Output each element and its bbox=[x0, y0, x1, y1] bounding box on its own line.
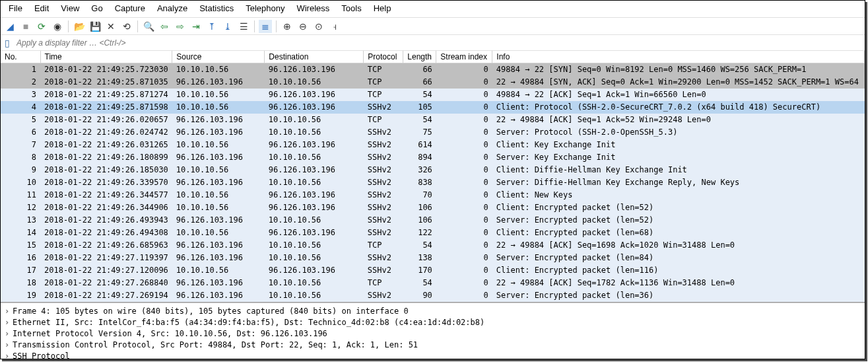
menu-telephony[interactable]: Telephony bbox=[240, 2, 290, 15]
packet-row[interactable]: 22018-01-22 21:49:25.87103596.126.103.19… bbox=[1, 76, 865, 89]
packet-cell-proto: SSHv2 bbox=[364, 227, 403, 239]
packet-row[interactable]: 32018-01-22 21:49:25.87127410.10.10.5696… bbox=[1, 89, 865, 101]
packet-row[interactable]: 142018-01-22 21:49:26.49430810.10.10.569… bbox=[1, 227, 865, 239]
start-capture-icon[interactable]: ◢ bbox=[3, 20, 17, 33]
packet-list[interactable]: No.TimeSourceDestinationProtocolLengthSt… bbox=[1, 51, 865, 303]
display-filter-input[interactable] bbox=[14, 37, 865, 49]
packet-cell-src: 10.10.10.56 bbox=[172, 227, 265, 239]
packet-cell-len: 122 bbox=[403, 227, 436, 239]
packet-cell-info: 22 → 49884 [ACK] Seq=1 Ack=52 Win=29248 … bbox=[492, 114, 865, 126]
packet-cell-time: 2018-01-22 21:49:27.269194 bbox=[40, 289, 172, 302]
packet-row[interactable]: 72018-01-22 21:49:26.03126510.10.10.5696… bbox=[1, 139, 865, 151]
packet-cell-no: 4 bbox=[1, 101, 40, 114]
packet-row[interactable]: 132018-01-22 21:49:26.49394396.126.103.1… bbox=[1, 214, 865, 227]
zoom-out-icon[interactable]: ⊖ bbox=[296, 20, 310, 33]
colorize-icon[interactable]: ≣ bbox=[259, 20, 272, 33]
menu-statistics[interactable]: Statistics bbox=[194, 2, 239, 15]
auto-scroll-icon[interactable]: ☰ bbox=[237, 20, 250, 33]
reload-file-icon[interactable]: ⟲ bbox=[120, 20, 133, 33]
packet-cell-proto: SSHv2 bbox=[364, 176, 403, 189]
save-file-icon[interactable]: 💾 bbox=[88, 20, 102, 33]
column-header[interactable]: Protocol bbox=[364, 51, 403, 63]
packet-row[interactable]: 52018-01-22 21:49:26.02065796.126.103.19… bbox=[1, 114, 865, 126]
menu-wireless[interactable]: Wireless bbox=[291, 2, 335, 15]
zoom-reset-icon[interactable]: ⊙ bbox=[312, 20, 325, 33]
menubar: FileEditViewGoCaptureAnalyzeStatisticsTe… bbox=[1, 1, 865, 18]
detail-item[interactable]: Ethernet II, Src: IntelCor_f4:ba:f5 (a4:… bbox=[5, 317, 861, 328]
close-file-icon[interactable]: ✕ bbox=[104, 20, 117, 33]
packet-cell-proto: SSHv2 bbox=[364, 164, 403, 176]
go-to-last-icon[interactable]: ⤓ bbox=[221, 20, 234, 33]
packet-cell-proto: SSHv2 bbox=[364, 101, 403, 114]
open-file-icon[interactable]: 📂 bbox=[73, 20, 86, 33]
menu-tools[interactable]: Tools bbox=[336, 2, 366, 15]
detail-item[interactable]: SSH Protocol bbox=[5, 351, 861, 359]
packet-cell-time: 2018-01-22 21:49:26.031265 bbox=[40, 139, 172, 151]
restart-capture-icon[interactable]: ⟳ bbox=[35, 20, 48, 33]
column-header[interactable]: Stream index bbox=[436, 51, 492, 63]
packet-cell-dst: 10.10.10.56 bbox=[265, 289, 364, 302]
find-packet-icon[interactable]: 🔍 bbox=[142, 20, 155, 33]
menu-view[interactable]: View bbox=[55, 2, 84, 15]
packet-cell-proto: TCP bbox=[364, 76, 403, 89]
bookmark-icon[interactable]: ▯ bbox=[1, 38, 14, 48]
column-header[interactable]: No. bbox=[1, 51, 40, 63]
menu-help[interactable]: Help bbox=[368, 2, 397, 15]
packet-cell-no: 12 bbox=[1, 201, 40, 214]
detail-item[interactable]: Frame 4: 105 bytes on wire (840 bits), 1… bbox=[5, 306, 861, 317]
packet-cell-src: 10.10.10.56 bbox=[172, 201, 265, 214]
menu-capture[interactable]: Capture bbox=[110, 2, 150, 15]
packet-cell-proto: TCP bbox=[364, 63, 403, 77]
column-header[interactable]: Destination bbox=[265, 51, 364, 63]
zoom-in-icon[interactable]: ⊕ bbox=[281, 20, 294, 33]
packet-row[interactable]: 82018-01-22 21:49:26.18089996.126.103.19… bbox=[1, 151, 865, 164]
packet-cell-time: 2018-01-22 21:49:27.120096 bbox=[40, 264, 172, 277]
menu-analyze[interactable]: Analyze bbox=[152, 2, 193, 15]
packet-cell-idx: 0 bbox=[436, 252, 492, 264]
menu-file[interactable]: File bbox=[3, 2, 28, 15]
packet-row[interactable]: 122018-01-22 21:49:26.34490610.10.10.569… bbox=[1, 201, 865, 214]
packet-cell-info: 49884 → 22 [ACK] Seq=1 Ack=1 Win=66560 L… bbox=[492, 89, 865, 101]
packet-cell-idx: 0 bbox=[436, 164, 492, 176]
go-forward-icon[interactable]: ⇨ bbox=[174, 20, 187, 33]
stop-capture-icon[interactable]: ■ bbox=[19, 20, 32, 33]
options-icon[interactable]: ◉ bbox=[51, 20, 64, 33]
packet-cell-no: 9 bbox=[1, 164, 40, 176]
packet-cell-info: Client: Encrypted packet (len=52) bbox=[492, 201, 865, 214]
resize-columns-icon[interactable]: ⫞ bbox=[328, 20, 341, 33]
packet-row[interactable]: 162018-01-22 21:49:27.11939796.126.103.1… bbox=[1, 252, 865, 264]
detail-item[interactable]: Internet Protocol Version 4, Src: 10.10.… bbox=[5, 328, 861, 340]
packet-row[interactable]: 92018-01-22 21:49:26.18503010.10.10.5696… bbox=[1, 164, 865, 176]
column-header[interactable]: Info bbox=[492, 51, 865, 63]
packet-row[interactable]: 152018-01-22 21:49:26.68596396.126.103.1… bbox=[1, 239, 865, 252]
column-header[interactable]: Time bbox=[40, 51, 172, 63]
go-to-packet-icon[interactable]: ⇥ bbox=[189, 20, 203, 33]
go-to-first-icon[interactable]: ⤒ bbox=[205, 20, 218, 33]
packet-cell-src: 10.10.10.56 bbox=[172, 101, 265, 114]
packet-cell-time: 2018-01-22 21:49:27.119397 bbox=[40, 252, 172, 264]
packet-row[interactable]: 62018-01-22 21:49:26.02474296.126.103.19… bbox=[1, 126, 865, 139]
column-header[interactable]: Length bbox=[403, 51, 436, 63]
packet-row[interactable]: 182018-01-22 21:49:27.26884096.126.103.1… bbox=[1, 277, 865, 289]
packet-cell-len: 54 bbox=[403, 239, 436, 252]
packet-cell-no: 14 bbox=[1, 227, 40, 239]
packet-cell-idx: 0 bbox=[436, 277, 492, 289]
packet-cell-len: 66 bbox=[403, 63, 436, 77]
packet-details[interactable]: Frame 4: 105 bytes on wire (840 bits), 1… bbox=[1, 303, 865, 359]
packet-row[interactable]: 112018-01-22 21:49:26.34457710.10.10.569… bbox=[1, 189, 865, 201]
packet-row[interactable]: 12018-01-22 21:49:25.72303010.10.10.5696… bbox=[1, 63, 865, 77]
packet-cell-len: 614 bbox=[403, 139, 436, 151]
column-header[interactable]: Source bbox=[172, 51, 265, 63]
packet-cell-time: 2018-01-22 21:49:26.339570 bbox=[40, 176, 172, 189]
detail-item[interactable]: Transmission Control Protocol, Src Port:… bbox=[5, 340, 861, 351]
packet-cell-src: 10.10.10.56 bbox=[172, 63, 265, 77]
packet-row[interactable]: 102018-01-22 21:49:26.33957096.126.103.1… bbox=[1, 176, 865, 189]
packet-row[interactable]: 172018-01-22 21:49:27.12009610.10.10.569… bbox=[1, 264, 865, 277]
menu-go[interactable]: Go bbox=[86, 2, 108, 15]
menu-edit[interactable]: Edit bbox=[29, 2, 54, 15]
packet-cell-src: 10.10.10.56 bbox=[172, 139, 265, 151]
go-back-icon[interactable]: ⇦ bbox=[158, 20, 171, 33]
packet-row[interactable]: 192018-01-22 21:49:27.26919496.126.103.1… bbox=[1, 289, 865, 302]
packet-cell-len: 170 bbox=[403, 264, 436, 277]
packet-row[interactable]: 42018-01-22 21:49:25.87159810.10.10.5696… bbox=[1, 101, 865, 114]
